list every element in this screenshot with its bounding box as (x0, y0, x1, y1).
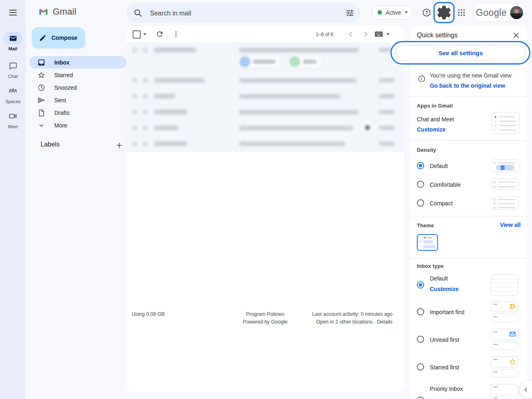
starred-first-thumbnail-top (491, 356, 518, 367)
clock-icon (37, 84, 45, 92)
email-list-card: 1–6 of 6 Using 0.08 GB Program Policies … (127, 26, 404, 392)
search-input[interactable] (149, 3, 329, 24)
apps-section-title: Apps in Gmail (417, 103, 453, 109)
inbox-icon (37, 58, 45, 67)
sidebar-item-snoozed[interactable]: Snoozed (29, 81, 127, 94)
rail-label-meet: Meet (0, 124, 26, 129)
email-row[interactable] (127, 73, 404, 88)
theme-view-all-link[interactable]: View all (500, 222, 521, 228)
important-first-thumbnail-bottom (491, 314, 518, 322)
quick-settings-title: Quick settings (417, 32, 457, 39)
refresh-icon[interactable] (156, 30, 164, 38)
inbox-important-first-label[interactable]: Important first (430, 309, 465, 315)
inbox-unread-first-label[interactable]: Unread first (430, 336, 459, 343)
sidebar-label-sent: Sent (54, 97, 66, 104)
email-row[interactable] (127, 136, 404, 152)
density-comfortable-label[interactable]: Comfortable (430, 181, 461, 188)
activity-details-link[interactable]: Open in 2 other locations · Details (312, 318, 393, 326)
inbox-unread-first-radio[interactable] (417, 336, 424, 343)
older-page-icon[interactable] (347, 30, 355, 38)
mini-gmail-logo: M (424, 236, 426, 239)
go-back-link[interactable]: Go back to the original view (430, 82, 505, 89)
email-row[interactable] (127, 42, 404, 73)
avatar (510, 6, 523, 19)
inbox-priority-label[interactable]: Priority Inbox (430, 386, 463, 392)
chevron-left-icon (522, 386, 530, 393)
meet-icon (3, 110, 23, 123)
starred-first-thumbnail-bottom (491, 369, 518, 377)
send-icon (37, 96, 45, 104)
inbox-important-first-radio[interactable] (417, 308, 424, 315)
email-row[interactable] (127, 104, 404, 120)
settings-gear-button[interactable] (433, 2, 455, 23)
inbox-starred-first-label[interactable]: Starred first (430, 364, 459, 371)
inbox-default-radio[interactable] (417, 281, 424, 289)
help-icon[interactable]: ? (422, 8, 431, 17)
divider (410, 216, 527, 216)
chat-icon (3, 59, 23, 72)
see-all-settings-button[interactable]: See all settings (395, 45, 526, 61)
status-dropdown[interactable]: Active (372, 5, 413, 19)
sidebar-item-more[interactable]: More (29, 119, 127, 132)
input-tools-dropdown-icon[interactable] (386, 33, 390, 35)
inbox-type-section-title: Inbox type (417, 263, 444, 269)
sidebar-label-snoozed: Snoozed (54, 84, 77, 91)
svg-text:?: ? (425, 10, 428, 15)
sidebar-label-drafts: Drafts (54, 110, 69, 116)
attachment-chips[interactable] (238, 55, 323, 68)
gmail-wordmark: Gmail (53, 6, 76, 17)
gmail-app: Mail Chat Spaces Meet (0, 0, 532, 399)
compose-button[interactable]: Compose (32, 27, 85, 48)
theme-thumbnail[interactable]: M (417, 234, 438, 251)
more-options-icon[interactable] (172, 30, 180, 38)
rail-item-spaces[interactable]: Spaces (0, 84, 26, 104)
density-compact-label[interactable]: Compact (430, 200, 453, 207)
star-icon (37, 71, 45, 79)
density-default-radio[interactable] (417, 162, 424, 169)
rail-item-mail[interactable]: Mail (0, 32, 26, 51)
density-compact-thumbnail (491, 196, 519, 210)
importance-marker-icon (509, 303, 516, 310)
rail-label-chat: Chat (0, 74, 26, 79)
email-row[interactable] (127, 88, 404, 104)
inbox-default-customize-link[interactable]: Customize (430, 286, 459, 292)
density-comfortable-radio[interactable] (417, 181, 424, 188)
email-row[interactable] (127, 120, 404, 136)
email-list (127, 42, 404, 152)
close-icon[interactable] (512, 31, 521, 40)
sidebar-item-drafts[interactable]: Drafts (29, 106, 127, 119)
compose-label: Compose (51, 35, 77, 41)
divider (410, 140, 527, 141)
google-apps-grid-icon[interactable] (457, 8, 466, 17)
google-wordmark: Google (476, 7, 507, 18)
inbox-priority-radio[interactable] (417, 397, 424, 399)
add-label-button[interactable] (114, 140, 125, 151)
priority-inbox-thumbnail (491, 384, 518, 399)
search-filter-icon[interactable] (345, 9, 354, 17)
select-dropdown-icon[interactable] (143, 33, 146, 35)
chevron-down-icon (405, 11, 408, 13)
app-rail: Mail Chat Spaces Meet (0, 0, 26, 399)
apps-customize-link[interactable]: Customize (417, 126, 446, 133)
sidebar-item-starred[interactable]: Starred (29, 69, 127, 81)
inbox-default-label[interactable]: Default (430, 275, 448, 282)
sidebar-item-inbox[interactable]: Inbox (29, 56, 127, 69)
select-all-checkbox[interactable] (133, 30, 141, 39)
input-tools-icon[interactable] (374, 30, 383, 38)
inbox-starred-first-radio[interactable] (417, 363, 424, 371)
important-first-thumbnail-top (491, 301, 518, 312)
rail-item-chat[interactable]: Chat (0, 59, 26, 79)
rail-item-meet[interactable]: Meet (0, 110, 26, 129)
gmail-logo[interactable]: Gmail (37, 6, 76, 17)
apps-thumbnail (491, 112, 520, 134)
hamburger-menu-icon[interactable] (8, 8, 18, 17)
search-icon[interactable] (133, 8, 143, 18)
newer-page-icon[interactable] (362, 30, 370, 38)
density-default-label[interactable]: Default (430, 163, 448, 169)
density-compact-radio[interactable] (417, 199, 424, 207)
mail-icon (3, 32, 23, 45)
sidebar-item-sent[interactable]: Sent (29, 94, 127, 106)
google-account-button[interactable]: Google (474, 3, 526, 22)
quick-settings-panel: Quick settings You're using the new Gmai… (410, 26, 527, 399)
starred-star-icon (508, 358, 517, 366)
